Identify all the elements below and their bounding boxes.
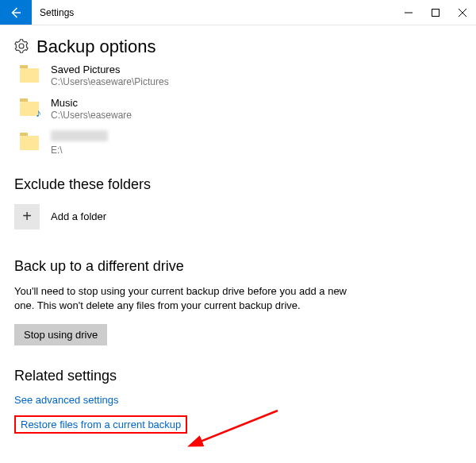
maximize-button[interactable]	[422, 0, 449, 25]
back-button[interactable]	[0, 0, 32, 25]
maximize-icon	[432, 9, 440, 17]
folder-icon	[19, 134, 40, 152]
folder-name-redacted	[51, 130, 108, 145]
backup-drive-description: You'll need to stop using your current b…	[14, 284, 347, 313]
stop-using-drive-button[interactable]: Stop using drive	[14, 324, 107, 345]
minimize-button[interactable]	[395, 0, 422, 25]
gear-icon	[14, 39, 29, 56]
list-item[interactable]: E:\	[14, 127, 462, 162]
folder-name: Saved Pictures	[51, 64, 169, 76]
add-folder-label: Add a folder	[51, 210, 106, 222]
annotation-arrow	[190, 407, 286, 457]
music-folder-icon: ♪	[19, 100, 40, 118]
folder-icon	[19, 67, 40, 84]
add-folder-button[interactable]: + Add a folder	[14, 203, 462, 231]
app-title: Settings	[32, 0, 395, 25]
arrow-left-icon	[9, 6, 23, 20]
section-related-heading: Related settings	[14, 368, 462, 384]
section-exclude-heading: Exclude these folders	[14, 176, 462, 193]
svg-line-5	[198, 411, 278, 442]
annotation-highlight: Restore files from a current backup	[14, 415, 187, 434]
advanced-settings-link[interactable]: See advanced settings	[14, 394, 462, 406]
folder-path: C:\Users\easeware	[51, 110, 132, 121]
svg-rect-2	[432, 9, 440, 16]
close-button[interactable]	[449, 0, 476, 25]
page-title: Backup options	[36, 37, 155, 57]
folder-path: C:\Users\easeware\Pictures	[51, 76, 169, 87]
list-item[interactable]: ♪ Music C:\Users\easeware	[14, 94, 462, 127]
minimize-icon	[405, 9, 413, 17]
list-item[interactable]: Saved Pictures C:\Users\easeware\Picture…	[14, 60, 462, 94]
folder-path: E:\	[51, 145, 108, 156]
folder-name: Music	[51, 97, 132, 110]
close-icon	[459, 9, 466, 17]
restore-files-link[interactable]: Restore files from a current backup	[21, 419, 181, 430]
section-backup-drive-heading: Back up to a different drive	[14, 258, 462, 275]
plus-icon: +	[14, 204, 40, 230]
